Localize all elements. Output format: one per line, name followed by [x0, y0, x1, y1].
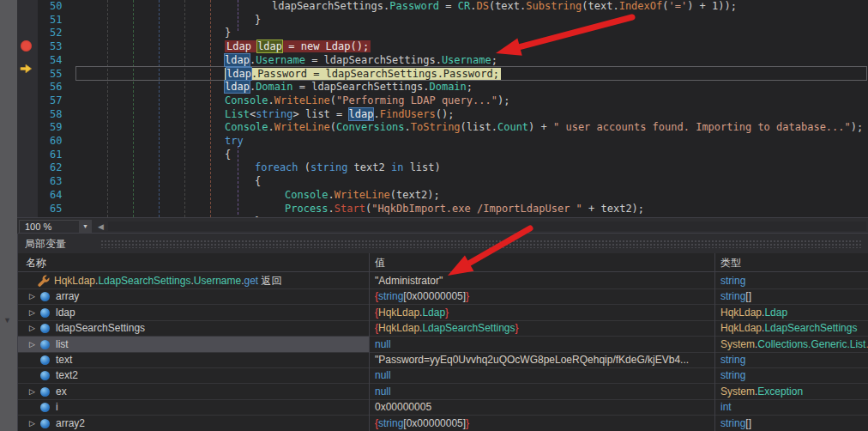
- variable-name: array: [56, 288, 79, 304]
- locals-row[interactable]: ▷exnullSystem.Exception: [18, 384, 868, 400]
- code-line[interactable]: try: [225, 134, 244, 148]
- type-cell: HqkLdap.Ldap: [715, 305, 868, 320]
- code-line[interactable]: ldap.Password = ldapSearchSettings.Passw…: [225, 67, 501, 81]
- left-scrollbar[interactable]: ▼: [0, 0, 18, 431]
- locals-row[interactable]: ▷ldap{HqkLdap.Ldap}HqkLdap.Ldap: [18, 305, 868, 321]
- name-cell[interactable]: i: [18, 399, 369, 415]
- expander-icon[interactable]: ▷: [29, 288, 38, 304]
- indent-guide: [238, 146, 238, 215]
- scroll-left-icon[interactable]: ◀: [98, 222, 104, 232]
- code-line[interactable]: Console.WriteLine(Conversions.ToString(l…: [225, 120, 863, 134]
- locals-title-bar[interactable]: 局部变量: [18, 234, 868, 253]
- code-line[interactable]: ldap.Username = ldapSearchSettings.Usern…: [225, 53, 497, 67]
- token: i: [56, 401, 58, 413]
- value-cell[interactable]: "Password=yyEq0Uvvhq2uQOcWG8peLoeRQehqip…: [370, 352, 719, 367]
- column-divider[interactable]: [369, 253, 370, 431]
- value-cell[interactable]: {HqkLdap.LdapSearchSettings}: [370, 320, 719, 336]
- expander-icon[interactable]: ▷: [29, 384, 38, 399]
- value-cell[interactable]: {HqkLdap.Ldap}: [370, 305, 719, 320]
- locals-row[interactable]: ▷ldapSearchSettings{HqkLdap.LdapSearchSe…: [18, 320, 868, 337]
- value-cell[interactable]: "Administrator": [370, 273, 719, 288]
- token: LdapSearchSettings: [422, 322, 515, 334]
- expander-icon[interactable]: ▷: [29, 416, 38, 431]
- code-line[interactable]: Process.Start("HqkDbImport.exe /ImportLd…: [285, 202, 644, 216]
- type-cell: string[]: [715, 416, 868, 431]
- value-cell[interactable]: null: [370, 384, 719, 399]
- code-editor[interactable]: 50ldapSearchSettings.Password = CR.DS(te…: [17, 0, 868, 217]
- token: ) +: [528, 121, 553, 133]
- token: = ldapSearchSettings.: [293, 81, 430, 93]
- name-cell[interactable]: text2: [18, 367, 369, 383]
- token: string: [310, 161, 347, 173]
- locals-row[interactable]: text"Password=yyEq0Uvvhq2uQOcWG8peLoeRQe…: [18, 352, 868, 368]
- name-cell[interactable]: ▷array: [18, 288, 369, 304]
- column-divider[interactable]: [714, 253, 715, 431]
- token: Console: [225, 94, 268, 106]
- value-cell[interactable]: 0x00000005: [370, 399, 719, 415]
- zoom-dropdown-icon[interactable]: ▼: [79, 220, 92, 234]
- zoom-combobox[interactable]: 100 %: [19, 220, 84, 234]
- code-line[interactable]: ldapSearchSettings.Password = CR.DS(text…: [272, 0, 737, 13]
- token: }: [445, 307, 449, 319]
- expander-icon[interactable]: ▷: [29, 305, 38, 320]
- type-cell: System.Collections.Generic.List...: [715, 337, 868, 352]
- token: Start: [335, 203, 365, 215]
- current-statement-icon: [20, 64, 33, 74]
- expander-icon[interactable]: ▷: [29, 337, 38, 352]
- code-line[interactable]: Console.WriteLine("Performing LDAP query…: [225, 94, 509, 107]
- token: }: [515, 322, 518, 334]
- name-cell[interactable]: ▷ldapSearchSettings: [18, 320, 369, 336]
- name-cell[interactable]: ▷list: [18, 337, 369, 352]
- line-number: 64: [50, 188, 72, 202]
- value-cell[interactable]: null: [370, 367, 719, 383]
- name-cell[interactable]: HqkLdap.LdapSearchSettings.Username.get …: [18, 273, 369, 288]
- panel-grip[interactable]: [100, 240, 863, 248]
- breakpoint-margin[interactable]: [17, 0, 38, 217]
- value-cell[interactable]: {string[0x00000005]}: [370, 416, 719, 431]
- name-cell[interactable]: text: [18, 352, 369, 367]
- name-cell[interactable]: ▷array2: [18, 416, 369, 431]
- token: Domain: [256, 81, 292, 93]
- code-line[interactable]: {: [225, 148, 231, 161]
- token: Console: [225, 121, 268, 133]
- column-header-name[interactable]: 名称: [18, 253, 370, 272]
- code-line[interactable]: Console.WriteLine(text2);: [285, 188, 440, 202]
- scroll-down-icon[interactable]: ▼: [3, 316, 11, 325]
- name-cell[interactable]: ▷ldap: [18, 305, 369, 320]
- code-line[interactable]: Ldap ldap = new Ldap();: [225, 39, 371, 53]
- horizontal-scrollbar[interactable]: [108, 222, 866, 231]
- code-line[interactable]: List<string> list = ldap.FindUsers();: [225, 107, 454, 121]
- expander-icon[interactable]: ▷: [29, 320, 38, 336]
- locals-row[interactable]: HqkLdap.LdapSearchSettings.Username.get …: [18, 273, 868, 289]
- token: string: [720, 354, 745, 366]
- column-header-type[interactable]: 类型: [715, 253, 868, 272]
- indent-guide: [133, 0, 134, 217]
- locals-row[interactable]: i0x00000005int: [18, 399, 868, 416]
- token: "Administrator": [375, 275, 443, 287]
- token: ToString: [411, 121, 461, 133]
- code-line[interactable]: ldap.Domain = ldapSearchSettings.Domain;: [225, 80, 473, 94]
- code-line[interactable]: }: [255, 13, 261, 27]
- token: Exception: [757, 385, 803, 398]
- code-line[interactable]: }: [225, 26, 231, 39]
- indent-guide: [238, 0, 238, 31]
- breakpoint-icon[interactable]: [21, 40, 32, 52]
- token: Conversions: [336, 121, 404, 133]
- code-line[interactable]: foreach (string text2 in list): [255, 161, 441, 174]
- token: }: [466, 417, 469, 429]
- locals-row[interactable]: ▷array2{string[0x00000005]}string[]: [18, 416, 868, 431]
- value-cell[interactable]: null: [370, 337, 719, 352]
- code-line[interactable]: {: [255, 174, 261, 188]
- token: .: [268, 121, 274, 133]
- locals-row[interactable]: ▷listnullSystem.Collections.Generic.List…: [18, 337, 868, 353]
- column-header-value[interactable]: 值: [370, 253, 715, 272]
- token: > list =: [293, 108, 349, 120]
- value-cell[interactable]: {string[0x00000005]}: [370, 288, 719, 304]
- type-cell: int: [715, 399, 868, 415]
- variable-icon: [40, 403, 50, 412]
- locals-row[interactable]: ▷array{string[0x00000005]}string[]: [18, 288, 868, 305]
- token: string: [256, 108, 292, 120]
- name-cell[interactable]: ▷ex: [18, 384, 369, 399]
- locals-row[interactable]: text2nullstring: [18, 367, 868, 384]
- token: (text2);: [390, 189, 440, 201]
